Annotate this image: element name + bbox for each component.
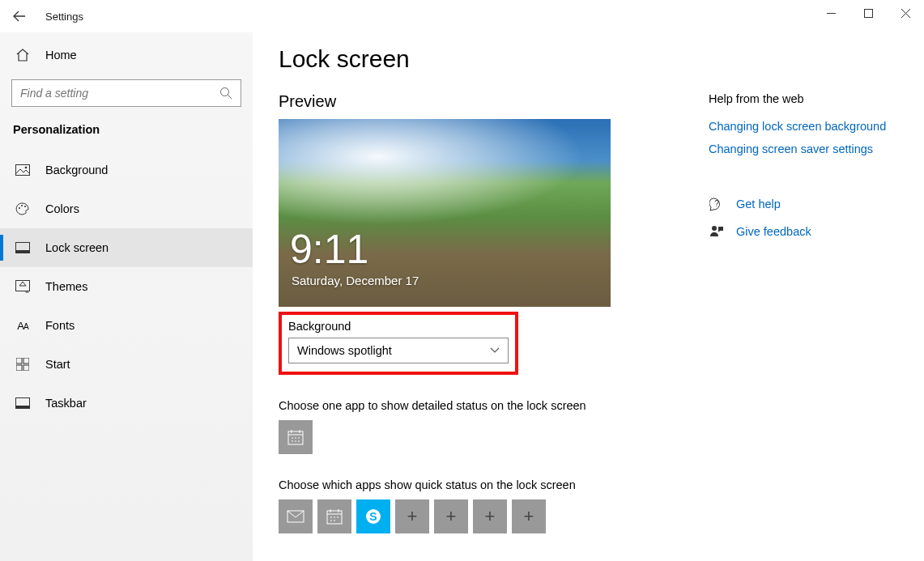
sidebar-item-start[interactable]: Start xyxy=(0,345,253,384)
svg-rect-10 xyxy=(16,358,22,363)
sidebar-item-background[interactable]: Background xyxy=(0,151,253,189)
chevron-down-icon xyxy=(490,347,500,354)
sidebar-item-fonts[interactable]: AA Fonts xyxy=(0,306,253,345)
sidebar-item-label: Lock screen xyxy=(45,241,109,254)
svg-text:?: ? xyxy=(714,199,719,208)
get-help-row[interactable]: ? Get help xyxy=(709,196,896,212)
detailed-status-apps xyxy=(279,420,924,454)
sidebar-item-colors[interactable]: Colors xyxy=(0,189,253,228)
plus-icon: + xyxy=(485,506,496,527)
quick-app-add-4[interactable]: + xyxy=(512,499,546,533)
sidebar-item-themes[interactable]: Themes xyxy=(0,267,253,306)
svg-point-5 xyxy=(21,205,23,206)
background-field-label: Background xyxy=(288,320,509,333)
sidebar-item-label: Colors xyxy=(45,202,79,215)
highlight-box: Background Windows spotlight xyxy=(279,312,518,375)
background-dropdown[interactable]: Windows spotlight xyxy=(288,338,509,363)
svg-rect-0 xyxy=(864,9,872,17)
quick-app-add-3[interactable]: + xyxy=(473,499,507,533)
page-title: Lock screen xyxy=(279,45,924,73)
give-feedback-row[interactable]: Give feedback xyxy=(709,223,896,240)
sidebar-nav: Background Colors Lock screen Themes AA … xyxy=(0,151,253,423)
sidebar-item-label: Fonts xyxy=(45,319,75,332)
svg-rect-15 xyxy=(16,406,29,408)
help-panel: Help from the web Changing lock screen b… xyxy=(709,92,896,251)
help-link-screensaver[interactable]: Changing screen saver settings xyxy=(709,142,896,155)
calendar-icon xyxy=(287,428,304,446)
quick-app-mail[interactable] xyxy=(279,499,313,533)
svg-point-1 xyxy=(221,88,229,96)
sidebar-item-taskbar[interactable]: Taskbar xyxy=(0,384,253,423)
give-feedback-label: Give feedback xyxy=(736,225,811,238)
quick-app-add-1[interactable]: + xyxy=(395,499,429,533)
lock-screen-preview: 9:11 Saturday, December 17 xyxy=(279,119,611,307)
maximize-button[interactable] xyxy=(849,0,887,26)
themes-icon xyxy=(15,278,31,295)
sidebar-item-label: Start xyxy=(45,358,70,371)
window-controls xyxy=(812,0,924,26)
fonts-icon: AA xyxy=(15,317,31,334)
plus-icon: + xyxy=(407,506,418,527)
search-box[interactable] xyxy=(11,79,241,107)
svg-rect-13 xyxy=(23,365,29,371)
plus-icon: + xyxy=(446,506,457,527)
back-button[interactable] xyxy=(0,0,39,32)
svg-rect-8 xyxy=(16,250,29,253)
sidebar-item-label: Taskbar xyxy=(45,397,87,410)
feedback-icon xyxy=(709,223,725,240)
svg-point-3 xyxy=(25,167,28,169)
calendar-icon xyxy=(326,508,343,525)
skype-icon: S xyxy=(364,508,382,525)
home-icon xyxy=(15,47,31,63)
start-icon xyxy=(15,356,31,372)
lock-screen-icon xyxy=(15,240,31,256)
sidebar-item-label: Themes xyxy=(45,280,87,293)
quick-app-calendar[interactable] xyxy=(317,499,351,533)
sidebar-item-label: Background xyxy=(45,164,108,176)
detailed-app-calendar[interactable] xyxy=(279,420,313,454)
quick-status-apps: S + + + + xyxy=(279,499,924,533)
quick-app-skype[interactable]: S xyxy=(356,499,390,533)
sidebar-home-label: Home xyxy=(45,49,77,62)
svg-text:S: S xyxy=(369,510,377,523)
preview-time: 9:11 xyxy=(290,229,368,270)
minimize-button[interactable] xyxy=(812,0,849,26)
preview-date: Saturday, December 17 xyxy=(292,274,419,287)
close-button[interactable] xyxy=(887,0,924,26)
search-input[interactable] xyxy=(20,87,201,100)
svg-rect-11 xyxy=(23,358,29,363)
svg-point-6 xyxy=(24,206,26,207)
plus-icon: + xyxy=(524,506,534,527)
background-dropdown-value: Windows spotlight xyxy=(297,344,392,357)
quick-app-add-2[interactable]: + xyxy=(434,499,468,533)
help-header: Help from the web xyxy=(709,92,896,105)
detailed-status-label: Choose one app to show detailed status o… xyxy=(279,399,924,412)
search-wrap xyxy=(11,79,241,107)
svg-rect-2 xyxy=(16,165,30,176)
help-link-background[interactable]: Changing lock screen background xyxy=(709,120,896,133)
svg-point-22 xyxy=(712,226,717,231)
search-icon xyxy=(219,87,232,100)
sidebar: Home Personalization Background Colors xyxy=(0,32,253,561)
palette-icon xyxy=(15,201,31,217)
image-icon xyxy=(15,162,31,178)
window-title: Settings xyxy=(45,11,83,23)
taskbar-icon xyxy=(15,395,31,411)
svg-point-4 xyxy=(19,207,20,209)
get-help-label: Get help xyxy=(736,198,781,210)
sidebar-home[interactable]: Home xyxy=(0,39,253,71)
titlebar: Settings xyxy=(0,0,924,32)
get-help-icon: ? xyxy=(709,196,725,212)
sidebar-heading: Personalization xyxy=(13,123,253,136)
svg-rect-12 xyxy=(16,365,22,371)
sidebar-item-lock-screen[interactable]: Lock screen xyxy=(0,228,253,267)
mail-icon xyxy=(287,510,304,523)
quick-status-label: Choose which apps show quick status on t… xyxy=(279,478,924,491)
